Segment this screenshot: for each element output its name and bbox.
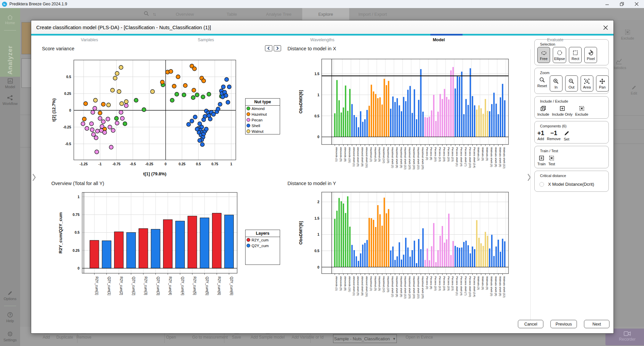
overview-chart[interactable]: 00.250.50.751R2Y_cum[1]Q2Y_cum[1]R2Y_cum… xyxy=(51,187,259,328)
rect-tool-button[interactable]: Rect xyxy=(569,47,582,63)
train-tool-button[interactable]: Train xyxy=(537,154,546,166)
chart-prev-button[interactable] xyxy=(265,45,272,51)
svg-text:ObsDMX[6]: ObsDMX[6] xyxy=(298,90,303,113)
svg-text:Walnuts (9): Walnuts (9) xyxy=(486,276,489,290)
svg-text:Pecans shell (14): Pecans shell (14) xyxy=(473,276,476,297)
svg-text:Hazelnut shell (19): Hazelnut shell (19) xyxy=(413,276,416,299)
left-panel-collapse-icon[interactable] xyxy=(32,172,37,183)
tool-group-title: Components (6) xyxy=(539,124,568,128)
lasso-icon xyxy=(541,50,547,56)
out-tool-button[interactable]: Out xyxy=(565,75,578,92)
legend-color-dot xyxy=(247,107,250,110)
svg-text:Pecans (13): Pecans (13) xyxy=(438,147,441,162)
svg-text:1.5: 1.5 xyxy=(314,216,319,220)
radio-icon[interactable] xyxy=(539,182,544,187)
svg-text:2: 2 xyxy=(317,200,319,204)
sidebar-item-help[interactable]: ? Help xyxy=(0,311,20,323)
dialog-close-icon[interactable] xyxy=(601,23,609,32)
in-tool-button[interactable]: In xyxy=(550,75,562,92)
dialog-titlebar: Create classification model (PLS-DA) - [… xyxy=(31,20,613,34)
legend-item-shell[interactable]: Shell xyxy=(246,123,280,128)
svg-text:Hazelnut (15): Hazelnut (15) xyxy=(387,276,390,292)
svg-text:Almonds (1): Almonds (1) xyxy=(335,147,338,162)
svg-text:0: 0 xyxy=(77,266,79,270)
svg-text:Pecans (10): Pecans (10) xyxy=(434,276,437,291)
chart-next-button[interactable] xyxy=(274,45,281,51)
wizard-step-model[interactable]: Model xyxy=(381,36,497,44)
legend-item-pecan[interactable]: Pecan xyxy=(246,117,280,123)
add-tool-button[interactable]: +1Add xyxy=(537,129,544,141)
sidebar-item-analyzer[interactable]: Analyzer xyxy=(0,42,20,78)
svg-text:1: 1 xyxy=(317,93,319,97)
wizard-step-samples[interactable]: Samples xyxy=(148,36,264,44)
nut-type-legend: Nut typeAlmondHazelnutPecanShellWalnut xyxy=(245,98,280,134)
plus-one-icon: +1 xyxy=(537,130,544,136)
sidebar-item-home[interactable]: Home xyxy=(0,14,20,25)
next-button[interactable]: Next xyxy=(584,320,609,328)
test-tool-button[interactable]: Test xyxy=(548,154,555,166)
area-tool-button[interactable]: Area xyxy=(581,75,593,92)
include-tool-button[interactable]: Include xyxy=(537,104,549,116)
reset-tool-button[interactable]: Reset xyxy=(537,75,547,88)
sidebar-item-options[interactable]: Options xyxy=(0,290,20,301)
svg-text:Walnuts (6): Walnuts (6) xyxy=(481,276,484,290)
top-tab-import-export[interactable]: Import / Export xyxy=(349,8,396,20)
previous-button[interactable]: Previous xyxy=(550,320,577,328)
svg-text:Hazelnut shell (15): Hazelnut shell (15) xyxy=(408,147,411,170)
include-only-tool-button[interactable]: Include Only xyxy=(552,104,572,116)
sidebar-item-model[interactable]: Model xyxy=(0,78,20,89)
restore-icon[interactable] xyxy=(614,0,629,8)
legend-item-hazelnut[interactable]: Hazelnut xyxy=(246,111,280,117)
svg-text:Hazelnut shell (25): Hazelnut shell (25) xyxy=(421,147,424,170)
right-panel-collapse-icon[interactable] xyxy=(527,172,532,183)
sort-icon[interactable]: ↑↓ xyxy=(153,11,155,17)
legend-item-q2y-cum[interactable]: Q2Y_cum xyxy=(246,243,280,248)
svg-text:Pecans shell (1): Pecans shell (1) xyxy=(455,147,459,167)
wizard-step-variables[interactable]: Variables xyxy=(31,36,148,44)
tool-group-selection: SelectionFreeEllipseRectPixel xyxy=(534,39,609,65)
svg-text:Almonds (5): Almonds (5) xyxy=(339,276,342,291)
svg-text:0.25: 0.25 xyxy=(178,162,185,166)
svg-text:Almond shell (11): Almond shell (11) xyxy=(365,147,368,168)
search-icon[interactable] xyxy=(144,11,149,18)
ellipse-tool-button[interactable]: Ellipse xyxy=(553,47,566,63)
wizard-step-wavelengths[interactable]: Wavelengths xyxy=(264,36,380,44)
sidebar-item-workflow[interactable]: Workflow xyxy=(0,95,20,106)
remove-tool-button[interactable]: −1Remove xyxy=(547,129,561,141)
svg-text:Pecans (3): Pecans (3) xyxy=(426,147,429,160)
top-tab-overview[interactable]: Overview xyxy=(161,8,208,20)
rect-dashed-icon xyxy=(572,50,579,56)
free-tool-button[interactable]: Free xyxy=(537,47,550,63)
svg-text:Walnuts shell (3): Walnuts shell (3) xyxy=(490,276,493,296)
legend-item-r2y-cum[interactable]: R2Y_cum xyxy=(246,237,280,243)
top-tab-analyse-tree[interactable]: Analyse Tree xyxy=(255,8,302,20)
top-tab-table[interactable]: Table xyxy=(208,8,255,20)
svg-text:Hazelnut shell (6): Hazelnut shell (6) xyxy=(395,276,398,297)
legend-color-dot xyxy=(247,129,250,133)
svg-text:Hazelnut (12): Hazelnut (12) xyxy=(382,276,385,292)
magnifier-icon xyxy=(539,77,545,83)
close-window-icon[interactable] xyxy=(629,0,644,8)
svg-text:?: ? xyxy=(9,313,11,317)
thumbnail-nut-image[interactable] xyxy=(21,22,31,54)
pixel-tool-button[interactable]: Pixel xyxy=(584,47,597,63)
critical-distance-option[interactable]: X Model Distance(Dcrit) xyxy=(537,178,595,189)
svg-text:Almond shell (5): Almond shell (5) xyxy=(357,147,360,167)
pan-tool-button[interactable]: Pan xyxy=(596,75,609,92)
edit-pencil-icon xyxy=(631,84,637,91)
top-tab-explore[interactable]: Explore xyxy=(302,8,349,20)
legend-item-walnut[interactable]: Walnut xyxy=(246,128,280,134)
minimize-icon[interactable] xyxy=(600,0,614,8)
dmx-chart[interactable]: 00.511.5Almonds (1)Almonds (5)Almonds (8… xyxy=(289,53,524,204)
sidebar-item-settings[interactable]: Settings xyxy=(0,331,20,342)
legend-item-almond[interactable]: Almond xyxy=(246,106,280,111)
set-tool-button[interactable]: Set xyxy=(564,129,570,141)
dmy-chart[interactable]: 00.511.52Almonds (1)Almonds (5)Almonds (… xyxy=(289,187,524,338)
svg-text:0.5: 0.5 xyxy=(314,249,319,253)
score-variance-chart[interactable]: -1.25-1-0.75-0.5-0.2500.250.50.751-0.5-0… xyxy=(45,53,253,197)
exclude-tool-button[interactable]: Exclude xyxy=(575,104,588,116)
cancel-button[interactable]: Cancel xyxy=(518,320,543,328)
edit-tool-background: Edit xyxy=(625,84,643,95)
arrows-move-icon xyxy=(599,78,605,84)
svg-text:0: 0 xyxy=(69,108,71,112)
